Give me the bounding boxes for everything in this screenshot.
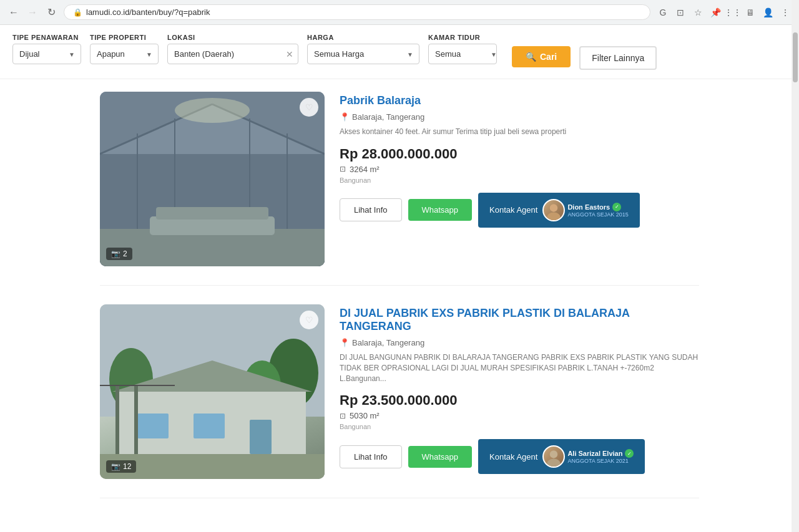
tipe-penawaran-group: TIPE PENAWARAN Dijual Disewa <box>12 34 81 64</box>
listing-image <box>100 92 325 266</box>
harga-select[interactable]: Semua Harga <box>307 44 419 64</box>
grid-icon[interactable]: ⋮⋮ <box>727 6 739 19</box>
listing-area: 3264 m² <box>350 165 380 174</box>
lokasi-input-wrapper: ✕ <box>167 44 298 64</box>
agent-avatar <box>542 199 565 221</box>
menu-icon[interactable]: ⋮ <box>779 6 792 19</box>
listing-description: Akses kontainer 40 feet. Air sumur Terim… <box>340 127 699 137</box>
agent-since: ANGGOTA SEJAK 2021 <box>567 458 628 464</box>
camera-icon: 📷 <box>111 249 120 258</box>
agent-info-wrap: Dion Eastors ✓ ANGGOTA SEJAK 2015 <box>542 199 628 221</box>
extensions-icon[interactable]: ⊡ <box>674 6 687 19</box>
lihat-info-button[interactable]: Lihat Info <box>340 445 402 468</box>
bookmark-icon[interactable]: ☆ <box>692 6 704 19</box>
address-bar[interactable]: 🔒 lamudi.co.id/banten/buy/?q=pabrik <box>64 4 650 20</box>
scrollbar[interactable] <box>792 0 799 530</box>
lihat-info-button[interactable]: Lihat Info <box>340 198 402 221</box>
tipe-properti-select[interactable]: Apapun <box>90 44 159 64</box>
agent-info-wrap: Ali Sarizal Elvian ✓ ANGGOTA SEJAK 2021 <box>542 445 634 468</box>
listing-price: Rp 28.000.000.000 <box>340 146 699 162</box>
agent-name: Ali Sarizal Elvian <box>567 450 622 457</box>
listing-details: DI JUAL PABRIK EXS PABRIK PLASTIK DI BAL… <box>340 304 699 479</box>
listing-card: ♡ 📷 12 DI JUAL PABRIK EXS PABRIK PLASTIK… <box>100 304 699 498</box>
agent-avatar <box>542 445 565 468</box>
agent-name: Dion Eastors <box>567 203 610 211</box>
agent-info: Ali Sarizal Elvian ✓ ANGGOTA SEJAK 2021 <box>567 449 634 464</box>
photo-count-number: 2 <box>123 249 127 258</box>
svg-rect-25 <box>115 385 119 454</box>
filter-lainnya-button[interactable]: Filter Lainnya <box>579 46 657 70</box>
tipe-penawaran-wrapper: Dijual Disewa <box>12 44 81 64</box>
svg-rect-26 <box>134 385 138 454</box>
location-icon: 📍 <box>340 338 350 347</box>
lokasi-group: LOKASI ✕ <box>167 34 298 64</box>
lokasi-input[interactable] <box>167 44 298 64</box>
forward-button[interactable]: → <box>26 6 39 19</box>
url-text: lamudi.co.id/banten/buy/?q=pabrik <box>86 7 210 17</box>
listings-container: ♡ 📷 2 Pabrik Balaraja 📍 Balaraja, Tanger… <box>87 79 712 530</box>
search-icon: 🔍 <box>526 52 536 62</box>
svg-point-29 <box>550 451 557 458</box>
profile-icon[interactable]: 👤 <box>762 6 774 19</box>
listing-image-wrap: ♡ 📷 2 <box>100 92 325 266</box>
kamar-tidur-select[interactable]: Semua 1 2 3 4+ <box>428 44 497 64</box>
kontak-agent-button[interactable]: Kontak Agent Ali Sarizal Elvian ✓ <box>478 439 645 474</box>
desktop-icon[interactable]: 🖥 <box>744 6 757 19</box>
svg-rect-23 <box>194 414 225 438</box>
agent-info: Dion Eastors ✓ ANGGOTA SEJAK 2015 <box>567 203 628 218</box>
listing-specs: ⊡ 5030 m² <box>340 411 699 420</box>
photo-count: 📷 12 <box>106 460 136 473</box>
search-button-label: Cari <box>540 52 557 62</box>
listing-details: Pabrik Balaraja 📍 Balaraja, Tangerang Ak… <box>340 92 699 266</box>
svg-point-13 <box>175 98 250 123</box>
back-button[interactable]: ← <box>7 6 20 19</box>
whatsapp-button[interactable]: Whatsapp <box>408 199 473 221</box>
lokasi-clear-button[interactable]: ✕ <box>286 49 293 59</box>
browser-chrome: ← → ↻ 🔒 lamudi.co.id/banten/buy/?q=pabri… <box>0 0 799 25</box>
listing-area-label: Bangunan <box>340 177 699 184</box>
svg-point-15 <box>547 212 561 221</box>
listing-location-text: Balaraja, Tangerang <box>352 338 424 347</box>
kontak-agent-label: Kontak Agent <box>489 205 537 215</box>
listing-area-label: Bangunan <box>340 423 699 430</box>
favorite-button[interactable]: ♡ <box>300 98 318 117</box>
listing-price: Rp 23.500.000.000 <box>340 392 699 409</box>
listing-card: ♡ 📷 2 Pabrik Balaraja 📍 Balaraja, Tanger… <box>100 92 699 286</box>
pin-icon[interactable]: 📌 <box>709 6 722 19</box>
svg-rect-22 <box>137 414 169 438</box>
listing-location: 📍 Balaraja, Tangerang <box>340 338 699 347</box>
agent-badge: ✓ <box>612 203 621 211</box>
kontak-agent-button[interactable]: Kontak Agent Dion Eastors ✓ <box>478 193 640 228</box>
harga-group: HARGA Semua Harga <box>307 34 419 64</box>
favorite-button[interactable]: ♡ <box>300 311 318 329</box>
tipe-properti-label: TIPE PROPERTI <box>90 34 159 41</box>
agent-badge: ✓ <box>625 449 634 458</box>
listing-title[interactable]: DI JUAL PABRIK EXS PABRIK PLASTIK DI BAL… <box>340 307 699 333</box>
search-button[interactable]: 🔍 Cari <box>512 46 571 67</box>
kontak-agent-label-wrap: Kontak Agent <box>489 205 537 215</box>
kontak-agent-label: Kontak Agent <box>489 452 537 462</box>
photo-count: 📷 2 <box>106 248 132 260</box>
area-icon: ⊡ <box>340 165 346 173</box>
lock-icon: 🔒 <box>73 8 82 17</box>
whatsapp-button[interactable]: Whatsapp <box>408 446 473 468</box>
camera-icon: 📷 <box>111 462 120 471</box>
scrollbar-thumb[interactable] <box>793 32 798 82</box>
location-icon: 📍 <box>340 112 350 122</box>
photo-count-number: 12 <box>123 462 131 471</box>
browser-actions: G ⊡ ☆ 📌 ⋮⋮ 🖥 👤 ⋮ <box>657 6 792 19</box>
filter-bar: TIPE PENAWARAN Dijual Disewa TIPE PROPER… <box>0 25 799 79</box>
refresh-button[interactable]: ↻ <box>45 6 57 19</box>
area-icon: ⊡ <box>340 412 346 420</box>
harga-label: HARGA <box>307 34 419 41</box>
listing-actions: Lihat Info Whatsapp Kontak Agent <box>340 193 699 228</box>
lokasi-label: LOKASI <box>167 34 298 41</box>
listing-actions: Lihat Info Whatsapp Kontak Agent <box>340 439 699 474</box>
listing-title[interactable]: Pabrik Balaraja <box>340 94 699 107</box>
main-content: TIPE PENAWARAN Dijual Disewa TIPE PROPER… <box>0 25 799 530</box>
tipe-penawaran-select[interactable]: Dijual Disewa <box>12 44 81 64</box>
google-icon[interactable]: G <box>657 6 669 19</box>
tipe-properti-group: TIPE PROPERTI Apapun <box>90 34 159 64</box>
listing-image <box>100 304 325 479</box>
tipe-penawaran-label: TIPE PENAWARAN <box>12 34 81 41</box>
